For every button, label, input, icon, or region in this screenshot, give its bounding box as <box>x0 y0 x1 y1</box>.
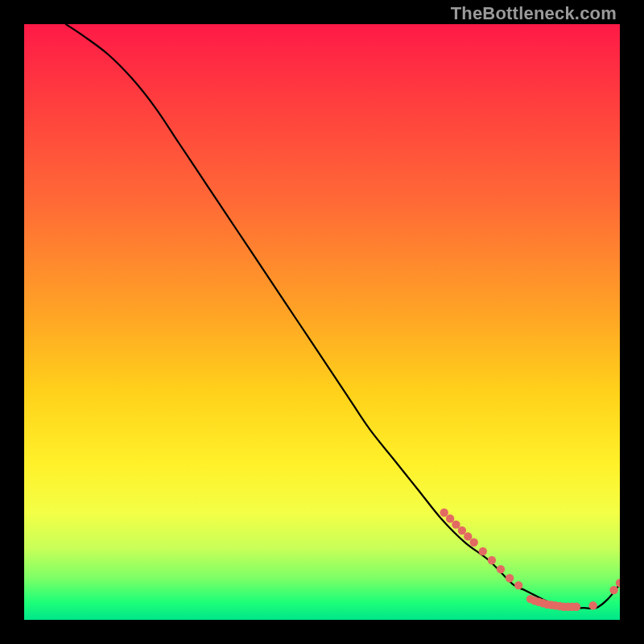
chart-frame: TheBottleneck.com <box>0 0 644 644</box>
data-point-marker <box>589 601 597 609</box>
data-point-markers <box>440 509 621 611</box>
data-point-marker <box>526 595 535 603</box>
data-point-marker <box>506 574 514 582</box>
data-point-marker <box>572 603 580 611</box>
data-point-marker <box>609 586 617 594</box>
data-point-marker <box>616 579 620 587</box>
data-point-marker <box>543 601 551 609</box>
chart-svg <box>24 24 620 620</box>
data-point-marker <box>551 601 559 609</box>
data-point-marker <box>530 597 539 605</box>
data-point-marker <box>464 532 472 540</box>
data-point-marker <box>497 565 505 573</box>
data-point-marker <box>452 520 460 528</box>
plot-area <box>24 24 620 620</box>
data-point-marker <box>458 526 466 535</box>
bottleneck-curve <box>66 24 620 609</box>
data-point-marker <box>446 514 454 522</box>
data-point-marker <box>555 602 564 610</box>
data-point-marker <box>535 598 543 606</box>
data-point-marker <box>539 599 547 607</box>
data-point-marker <box>559 603 568 611</box>
data-point-marker <box>470 539 478 547</box>
data-point-marker <box>568 603 576 611</box>
data-point-marker <box>479 547 487 555</box>
data-point-marker <box>440 509 448 517</box>
data-point-marker <box>488 556 496 564</box>
data-point-marker <box>564 603 572 611</box>
data-point-marker <box>514 581 522 589</box>
data-point-marker <box>547 601 555 609</box>
watermark-text: TheBottleneck.com <box>451 3 617 24</box>
